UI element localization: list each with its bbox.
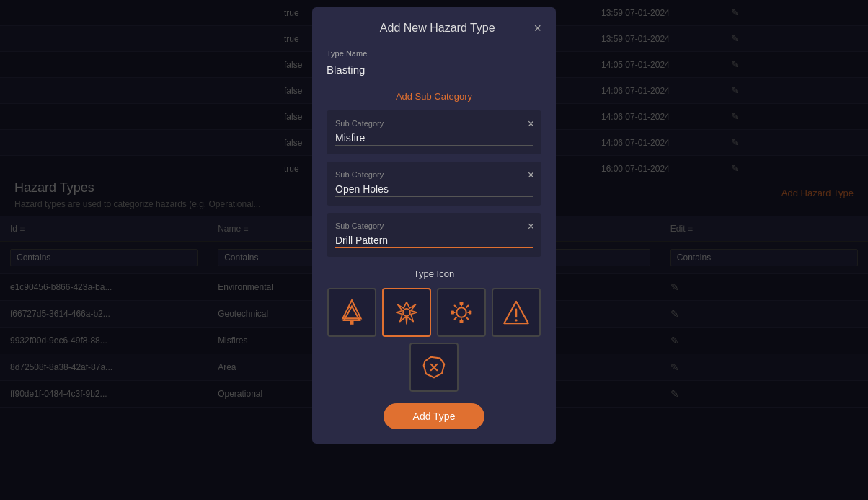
sub-cat-label-0: Sub Category xyxy=(335,119,533,128)
sub-cat-input-2[interactable] xyxy=(335,233,533,248)
icons-grid xyxy=(327,288,541,392)
modal-header: Add New Hazard Type × xyxy=(327,22,541,35)
add-hazard-modal: Add New Hazard Type × Type Name Add Sub … xyxy=(312,7,556,444)
type-icon-section: Type Icon xyxy=(327,268,541,392)
type-name-label: Type Name xyxy=(327,49,541,58)
type-name-input[interactable] xyxy=(327,61,541,79)
svg-point-3 xyxy=(403,309,410,316)
icon-option-explosion[interactable] xyxy=(382,288,431,337)
add-sub-category-button[interactable]: Add Sub Category xyxy=(327,91,541,102)
type-icon-label: Type Icon xyxy=(327,268,541,279)
sub-cat-input-0[interactable] xyxy=(335,131,533,146)
svg-point-11 xyxy=(515,319,517,321)
svg-rect-2 xyxy=(350,320,353,325)
icon-option-warning[interactable] xyxy=(492,288,541,337)
sub-categories-container: Sub Category × Sub Category × Sub Catego… xyxy=(327,110,541,257)
sub-cat-input-1[interactable] xyxy=(335,182,533,197)
icon-option-tree[interactable] xyxy=(327,288,376,337)
svg-rect-6 xyxy=(459,320,463,323)
svg-point-4 xyxy=(456,307,466,317)
icon-option-gear[interactable] xyxy=(437,288,486,337)
icon-option-other[interactable] xyxy=(409,343,459,392)
sub-cat-label-2: Sub Category xyxy=(335,222,533,230)
sub-category-box-0: Sub Category × xyxy=(327,110,541,154)
svg-marker-0 xyxy=(342,300,360,318)
svg-rect-7 xyxy=(451,310,454,314)
add-type-button[interactable]: Add Type xyxy=(384,403,484,429)
sub-cat-label-1: Sub Category xyxy=(335,170,533,179)
svg-rect-5 xyxy=(459,302,463,305)
sub-cat-close-button-0[interactable]: × xyxy=(528,118,534,131)
modal-close-button[interactable]: × xyxy=(533,22,541,35)
svg-rect-8 xyxy=(469,310,471,314)
sub-cat-close-button-1[interactable]: × xyxy=(528,169,534,182)
modal-title: Add New Hazard Type xyxy=(341,22,533,35)
sub-cat-close-button-2[interactable]: × xyxy=(528,220,534,233)
sub-category-box-1: Sub Category × xyxy=(327,162,541,206)
type-name-group: Type Name xyxy=(327,49,541,79)
sub-category-box-2: Sub Category × xyxy=(327,213,541,257)
